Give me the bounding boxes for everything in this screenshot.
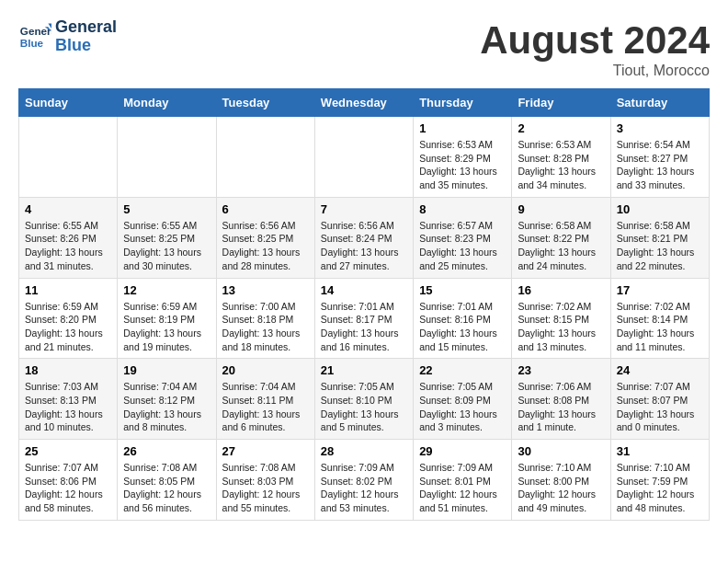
- calendar-table: SundayMondayTuesdayWednesdayThursdayFrid…: [18, 88, 710, 521]
- day-info: Sunrise: 7:10 AM Sunset: 8:00 PM Dayligh…: [518, 461, 604, 515]
- day-number: 25: [25, 444, 111, 458]
- calendar-cell: 15Sunrise: 7:01 AM Sunset: 8:16 PM Dayli…: [414, 278, 512, 359]
- day-info: Sunrise: 7:09 AM Sunset: 8:02 PM Dayligh…: [321, 461, 407, 515]
- day-number: 26: [123, 444, 210, 458]
- calendar-cell: 28Sunrise: 7:09 AM Sunset: 8:02 PM Dayli…: [314, 440, 413, 521]
- weekday-header-sunday: Sunday: [19, 89, 118, 117]
- calendar-cell: 1Sunrise: 6:53 AM Sunset: 8:29 PM Daylig…: [414, 117, 512, 198]
- day-info: Sunrise: 6:53 AM Sunset: 8:28 PM Dayligh…: [518, 138, 604, 192]
- title-block: August 2024 Tiout, Morocco: [480, 18, 710, 79]
- logo-general: General: [55, 18, 117, 37]
- calendar-cell: 26Sunrise: 7:08 AM Sunset: 8:05 PM Dayli…: [118, 440, 216, 521]
- weekday-header-wednesday: Wednesday: [314, 89, 413, 117]
- weekday-header-row: SundayMondayTuesdayWednesdayThursdayFrid…: [19, 89, 710, 117]
- day-number: 6: [222, 202, 309, 216]
- calendar-cell: [19, 117, 118, 198]
- calendar-cell: 20Sunrise: 7:04 AM Sunset: 8:11 PM Dayli…: [216, 359, 314, 440]
- logo: General Blue General Blue: [18, 18, 117, 55]
- day-info: Sunrise: 7:02 AM Sunset: 8:15 PM Dayligh…: [518, 300, 604, 354]
- day-info: Sunrise: 6:58 AM Sunset: 8:21 PM Dayligh…: [617, 219, 703, 273]
- day-info: Sunrise: 6:55 AM Sunset: 8:25 PM Dayligh…: [123, 219, 210, 273]
- day-info: Sunrise: 6:53 AM Sunset: 8:29 PM Dayligh…: [419, 138, 506, 192]
- calendar-week-row: 1Sunrise: 6:53 AM Sunset: 8:29 PM Daylig…: [19, 117, 710, 198]
- day-info: Sunrise: 6:56 AM Sunset: 8:25 PM Dayligh…: [222, 219, 309, 273]
- day-number: 1: [419, 121, 506, 135]
- calendar-cell: 10Sunrise: 6:58 AM Sunset: 8:21 PM Dayli…: [610, 197, 709, 278]
- day-info: Sunrise: 7:01 AM Sunset: 8:16 PM Dayligh…: [419, 300, 506, 354]
- day-info: Sunrise: 7:08 AM Sunset: 8:05 PM Dayligh…: [123, 461, 210, 515]
- day-info: Sunrise: 7:05 AM Sunset: 8:09 PM Dayligh…: [419, 380, 506, 434]
- weekday-header-saturday: Saturday: [610, 89, 709, 117]
- calendar-cell: 12Sunrise: 6:59 AM Sunset: 8:19 PM Dayli…: [118, 278, 216, 359]
- calendar-cell: 31Sunrise: 7:10 AM Sunset: 7:59 PM Dayli…: [610, 440, 709, 521]
- calendar-cell: 8Sunrise: 6:57 AM Sunset: 8:23 PM Daylig…: [414, 197, 512, 278]
- day-number: 11: [25, 283, 111, 297]
- day-info: Sunrise: 6:57 AM Sunset: 8:23 PM Dayligh…: [419, 219, 506, 273]
- day-info: Sunrise: 7:06 AM Sunset: 8:08 PM Dayligh…: [518, 380, 604, 434]
- day-number: 15: [419, 283, 506, 297]
- day-number: 9: [518, 202, 604, 216]
- day-number: 12: [123, 283, 210, 297]
- day-info: Sunrise: 7:09 AM Sunset: 8:01 PM Dayligh…: [419, 461, 506, 515]
- day-info: Sunrise: 7:01 AM Sunset: 8:17 PM Dayligh…: [321, 300, 407, 354]
- calendar-cell: 23Sunrise: 7:06 AM Sunset: 8:08 PM Dayli…: [512, 359, 610, 440]
- calendar-cell: 18Sunrise: 7:03 AM Sunset: 8:13 PM Dayli…: [19, 359, 118, 440]
- day-number: 17: [617, 283, 703, 297]
- day-number: 19: [123, 363, 210, 377]
- day-number: 2: [518, 121, 604, 135]
- weekday-header-friday: Friday: [512, 89, 610, 117]
- svg-text:General: General: [20, 25, 51, 37]
- day-number: 28: [321, 444, 407, 458]
- logo-text: General Blue: [55, 18, 117, 55]
- svg-text:Blue: Blue: [20, 37, 44, 49]
- day-number: 8: [419, 202, 506, 216]
- calendar-week-row: 4Sunrise: 6:55 AM Sunset: 8:26 PM Daylig…: [19, 197, 710, 278]
- day-info: Sunrise: 6:54 AM Sunset: 8:27 PM Dayligh…: [617, 138, 703, 192]
- calendar-cell: 14Sunrise: 7:01 AM Sunset: 8:17 PM Dayli…: [314, 278, 413, 359]
- day-number: 21: [321, 363, 407, 377]
- calendar-cell: 25Sunrise: 7:07 AM Sunset: 8:06 PM Dayli…: [19, 440, 118, 521]
- logo-icon: General Blue: [18, 20, 51, 53]
- day-number: 22: [419, 363, 506, 377]
- calendar-cell: [314, 117, 413, 198]
- day-info: Sunrise: 6:56 AM Sunset: 8:24 PM Dayligh…: [321, 219, 407, 273]
- calendar-cell: [216, 117, 314, 198]
- day-info: Sunrise: 6:55 AM Sunset: 8:26 PM Dayligh…: [25, 219, 111, 273]
- weekday-header-thursday: Thursday: [414, 89, 512, 117]
- calendar-cell: 19Sunrise: 7:04 AM Sunset: 8:12 PM Dayli…: [118, 359, 216, 440]
- calendar-cell: 16Sunrise: 7:02 AM Sunset: 8:15 PM Dayli…: [512, 278, 610, 359]
- calendar-cell: 21Sunrise: 7:05 AM Sunset: 8:10 PM Dayli…: [314, 359, 413, 440]
- calendar-cell: 5Sunrise: 6:55 AM Sunset: 8:25 PM Daylig…: [118, 197, 216, 278]
- day-info: Sunrise: 7:10 AM Sunset: 7:59 PM Dayligh…: [617, 461, 703, 515]
- calendar-cell: 27Sunrise: 7:08 AM Sunset: 8:03 PM Dayli…: [216, 440, 314, 521]
- location: Tiout, Morocco: [480, 63, 710, 79]
- day-number: 7: [321, 202, 407, 216]
- calendar-week-row: 25Sunrise: 7:07 AM Sunset: 8:06 PM Dayli…: [19, 440, 710, 521]
- day-number: 14: [321, 283, 407, 297]
- calendar-week-row: 18Sunrise: 7:03 AM Sunset: 8:13 PM Dayli…: [19, 359, 710, 440]
- day-info: Sunrise: 6:59 AM Sunset: 8:20 PM Dayligh…: [25, 300, 111, 354]
- page-header: General Blue General Blue August 2024 Ti…: [18, 18, 710, 79]
- day-info: Sunrise: 7:03 AM Sunset: 8:13 PM Dayligh…: [25, 380, 111, 434]
- calendar-cell: 22Sunrise: 7:05 AM Sunset: 8:09 PM Dayli…: [414, 359, 512, 440]
- calendar-cell: 7Sunrise: 6:56 AM Sunset: 8:24 PM Daylig…: [314, 197, 413, 278]
- calendar-cell: [118, 117, 216, 198]
- day-number: 24: [617, 363, 703, 377]
- logo-blue: Blue: [55, 37, 117, 55]
- day-number: 30: [518, 444, 604, 458]
- day-number: 5: [123, 202, 210, 216]
- calendar-cell: 29Sunrise: 7:09 AM Sunset: 8:01 PM Dayli…: [414, 440, 512, 521]
- day-number: 3: [617, 121, 703, 135]
- day-number: 31: [617, 444, 703, 458]
- day-number: 29: [419, 444, 506, 458]
- day-number: 13: [222, 283, 309, 297]
- calendar-cell: 4Sunrise: 6:55 AM Sunset: 8:26 PM Daylig…: [19, 197, 118, 278]
- day-number: 18: [25, 363, 111, 377]
- day-info: Sunrise: 7:02 AM Sunset: 8:14 PM Dayligh…: [617, 300, 703, 354]
- calendar-cell: 6Sunrise: 6:56 AM Sunset: 8:25 PM Daylig…: [216, 197, 314, 278]
- day-info: Sunrise: 7:04 AM Sunset: 8:12 PM Dayligh…: [123, 380, 210, 434]
- calendar-cell: 2Sunrise: 6:53 AM Sunset: 8:28 PM Daylig…: [512, 117, 610, 198]
- weekday-header-monday: Monday: [118, 89, 216, 117]
- day-info: Sunrise: 7:05 AM Sunset: 8:10 PM Dayligh…: [321, 380, 407, 434]
- day-number: 27: [222, 444, 309, 458]
